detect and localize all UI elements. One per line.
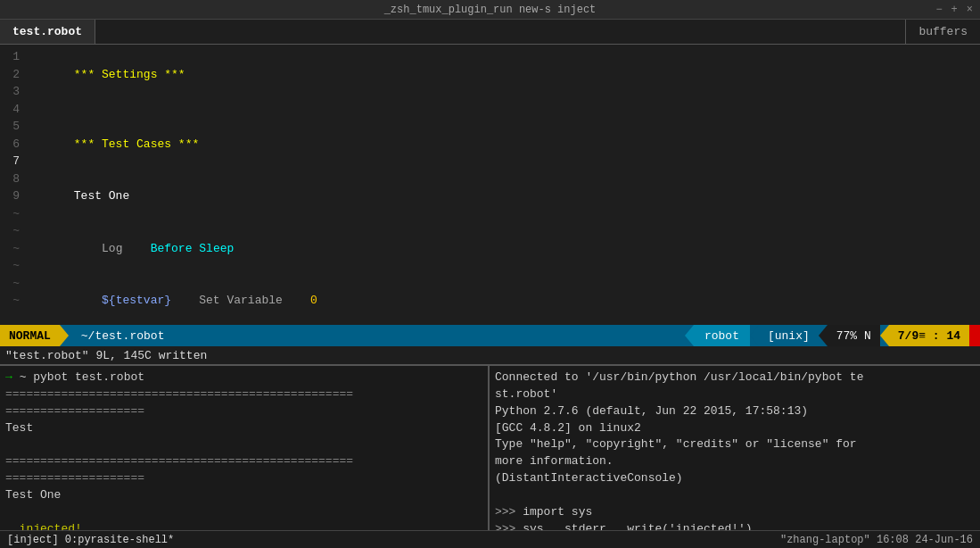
- tilde-1: ~: [4, 205, 20, 223]
- left-prompt-line: → ~ pybot test.robot: [5, 369, 482, 386]
- line-numbers: 1 2 3 4 5 6 7 8 9 ~ ~ ~ ~ ~ ~: [0, 45, 27, 325]
- message-line: "test.robot" 9L, 145C written: [0, 346, 980, 364]
- minimize-button[interactable]: −: [935, 4, 942, 16]
- blank-1: [5, 436, 482, 453]
- bottom-status-left: [inject] 0:pyrasite-shell*: [7, 534, 174, 546]
- bottom-statusbar: [inject] 0:pyrasite-shell* "zhang-laptop…: [0, 530, 980, 548]
- right-line-4: [GCC 4.8.2] on linux2: [495, 420, 975, 437]
- tilde-3: ~: [4, 240, 20, 258]
- line-num-7: 7: [4, 153, 20, 170]
- code-line-5: Log Before Sleep: [32, 222, 976, 275]
- maximize-button[interactable]: +: [951, 4, 958, 16]
- tilde-4: ~: [4, 257, 20, 275]
- code-line-3: *** Test Cases ***: [32, 118, 976, 170]
- code-line-6: ${testvar} Set Variable 0: [32, 275, 976, 326]
- status-encoding: [unix]: [759, 325, 819, 346]
- right-terminal[interactable]: Connected to '/usr/bin/python /usr/local…: [490, 366, 980, 548]
- line-num-2: 2: [4, 66, 20, 84]
- tilde-2: ~: [4, 222, 20, 240]
- editor: 1 2 3 4 5 6 7 8 9 ~ ~ ~ ~ ~ ~ *** Settin…: [0, 45, 980, 325]
- blank-2: [5, 504, 482, 521]
- separator-4: ====================: [5, 470, 482, 487]
- status-arrow2: [685, 325, 694, 346]
- tab-buffers[interactable]: buffers: [905, 20, 980, 44]
- status-arrow4: [819, 325, 828, 346]
- right-line-3: Python 2.7.6 (default, Jun 22 2015, 17:5…: [495, 403, 975, 420]
- status-alert: [969, 325, 980, 346]
- bottom-status-right: "zhang-laptop" 16:08 24-Jun-16: [780, 534, 973, 546]
- line-num-4: 4: [4, 101, 20, 119]
- right-line-7: (DistantInteractiveConsole): [495, 470, 975, 487]
- line-num-3: 3: [4, 83, 20, 101]
- right-blank: [495, 487, 975, 504]
- code-line-4: Test One: [32, 170, 976, 223]
- separator-3: ========================================…: [5, 453, 482, 470]
- title-text: _zsh_tmux_plugin_run new-s inject: [384, 4, 597, 16]
- status-path: ~/test.robot: [69, 329, 177, 343]
- separator-1: ========================================…: [5, 386, 482, 403]
- status-position: 7/9≡ : 14: [889, 325, 969, 346]
- tab-test-robot[interactable]: test.robot: [0, 20, 95, 44]
- status-percent: 77% N: [828, 325, 880, 346]
- tabbar: test.robot buffers: [0, 20, 980, 45]
- status-right: robot [unix] 77% N 7/9≡ : 14: [685, 325, 980, 346]
- separator-2: ====================: [5, 403, 482, 420]
- status-arrow-mode: [60, 325, 69, 346]
- test-one-label: Test One: [5, 487, 482, 504]
- line-num-6: 6: [4, 136, 20, 154]
- line-num-8: 8: [4, 170, 20, 188]
- statusbar: NORMAL ~/test.robot robot [unix] 77% N 7…: [0, 325, 980, 346]
- line-num-5: 5: [4, 118, 20, 136]
- titlebar: _zsh_tmux_plugin_run new-s inject − + ×: [0, 0, 980, 20]
- tilde-6: ~: [4, 292, 20, 310]
- left-terminal[interactable]: → ~ pybot test.robot ===================…: [0, 366, 490, 548]
- close-button[interactable]: ×: [967, 4, 973, 16]
- status-mode: NORMAL: [0, 325, 60, 346]
- status-filetype: robot: [694, 325, 750, 346]
- right-cmd-1: >>> import sys: [495, 504, 975, 521]
- status-arrow5: [880, 325, 889, 346]
- status-arrow3: [750, 325, 759, 346]
- right-line-2: st.robot': [495, 386, 975, 403]
- code-line-2: [32, 101, 976, 119]
- line-num-1: 1: [4, 48, 20, 66]
- code-line-1: *** Settings ***: [32, 48, 976, 101]
- line-num-9: 9: [4, 187, 20, 205]
- right-line-1: Connected to '/usr/bin/python /usr/local…: [495, 369, 975, 386]
- code-area: *** Settings *** *** Test Cases *** Test…: [27, 45, 980, 325]
- window-controls[interactable]: − + ×: [935, 4, 973, 16]
- right-line-5: Type "help", "copyright", "credits" or "…: [495, 436, 975, 453]
- test-label: Test: [5, 420, 482, 437]
- bottom-pane: → ~ pybot test.robot ===================…: [0, 364, 980, 548]
- tilde-5: ~: [4, 275, 20, 293]
- right-line-6: more information.: [495, 453, 975, 470]
